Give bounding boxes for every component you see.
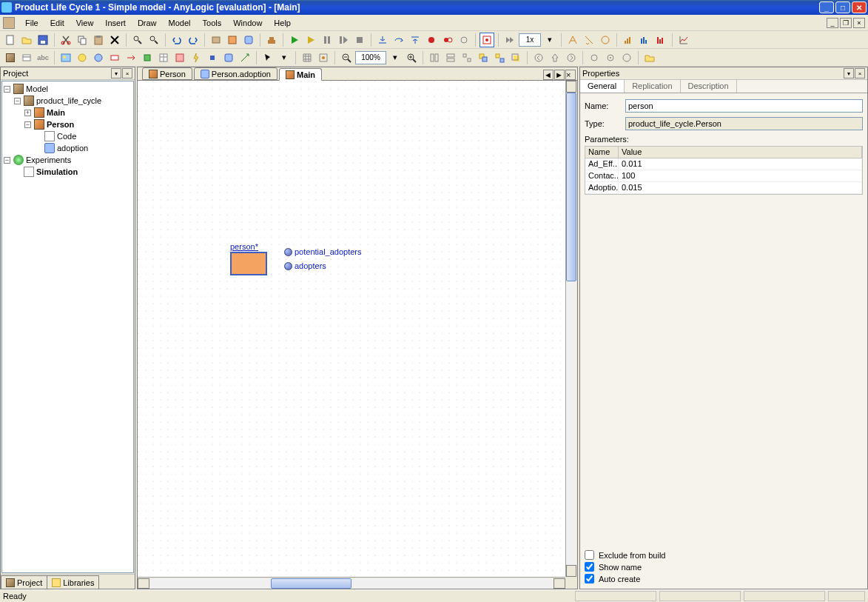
step-button[interactable]: [336, 33, 351, 47]
chart-d-button[interactable]: [676, 33, 691, 47]
mdi-minimize-button[interactable]: _: [827, 18, 838, 28]
nav-up-button[interactable]: [548, 50, 562, 65]
cut-button[interactable]: [58, 33, 73, 47]
insert-aux-button[interactable]: [140, 50, 155, 65]
save-button[interactable]: [36, 33, 50, 47]
insert-image-button[interactable]: [58, 50, 73, 65]
zoom-field[interactable]: [355, 51, 386, 64]
col-name-header[interactable]: Name: [585, 147, 619, 158]
tool-c-button[interactable]: [598, 33, 613, 47]
chart-a-button[interactable]: [621, 33, 636, 47]
panel-chevron-icon[interactable]: ▾: [844, 68, 854, 78]
menu-insert[interactable]: Insert: [99, 17, 132, 29]
layout-a-button[interactable]: [427, 50, 442, 65]
editor-tab-person-adoption[interactable]: Person.adoption: [194, 67, 277, 80]
insert-text-button[interactable]: abc: [36, 50, 50, 65]
param-row[interactable]: Contac... 100: [585, 170, 862, 182]
parameters-table[interactable]: Name Value Ad_Eff... 0.011 Contac... 100…: [585, 146, 863, 195]
grid-button[interactable]: [300, 50, 314, 65]
prop-tab-description[interactable]: Description: [681, 80, 737, 93]
menu-view[interactable]: View: [70, 17, 100, 29]
insert-cube-button[interactable]: [3, 50, 18, 65]
insert-event-button[interactable]: [189, 50, 203, 65]
insert-variable-button[interactable]: [91, 50, 106, 65]
tree-main[interactable]: +Main: [4, 107, 132, 118]
speed-up-button[interactable]: [502, 33, 517, 47]
panel-chevron-icon[interactable]: ▾: [111, 68, 121, 78]
insert-new-class-button[interactable]: [19, 50, 34, 65]
insert-flow-button[interactable]: [124, 50, 138, 65]
horizontal-scrollbar[interactable]: [138, 577, 565, 589]
speed-dropdown[interactable]: ▾: [542, 33, 557, 47]
pause-button[interactable]: [320, 33, 334, 47]
select-dropdown[interactable]: ▾: [277, 50, 292, 65]
front-button[interactable]: [508, 50, 523, 65]
tree-adoption[interactable]: adoption: [4, 142, 132, 154]
tree-model[interactable]: −Model: [4, 83, 132, 95]
stop-button[interactable]: [352, 33, 367, 47]
minimize-button[interactable]: _: [819, 1, 834, 13]
menu-tools[interactable]: Tools: [197, 17, 228, 29]
breakpoint-button[interactable]: [424, 33, 439, 47]
scroll-right-icon[interactable]: [554, 578, 565, 589]
name-field[interactable]: [625, 99, 863, 113]
record-button[interactable]: [587, 50, 602, 65]
left-tab-libraries[interactable]: Libraries: [47, 575, 99, 589]
type-field[interactable]: [625, 117, 863, 130]
build-button[interactable]: [264, 33, 279, 47]
help-button[interactable]: [642, 50, 657, 65]
canvas-var-adopters[interactable]: adopters: [284, 261, 326, 270]
watch-button[interactable]: [457, 33, 471, 47]
show-name-checkbox[interactable]: [585, 562, 594, 572]
insert-connector-button[interactable]: [238, 50, 252, 65]
scroll-down-icon[interactable]: [566, 565, 576, 577]
nav-back-button[interactable]: [531, 50, 546, 65]
zoom-dropdown[interactable]: ▾: [388, 50, 403, 65]
step-out-button[interactable]: [408, 33, 423, 47]
paste-button[interactable]: [91, 33, 106, 47]
chart-b-button[interactable]: [637, 33, 652, 47]
param-row[interactable]: Ad_Eff... 0.011: [585, 158, 862, 170]
close-button[interactable]: ✕: [852, 1, 867, 13]
editor-tab-main[interactable]: Main: [279, 68, 322, 81]
left-tab-project[interactable]: Project: [1, 575, 47, 589]
insert-function-button[interactable]: [172, 50, 187, 65]
scroll-up-icon[interactable]: [566, 81, 576, 93]
insert-port-button[interactable]: [205, 50, 220, 65]
new-statechart-button[interactable]: [241, 33, 256, 47]
menu-draw[interactable]: Draw: [132, 17, 163, 29]
zoom-in-button[interactable]: [404, 50, 419, 65]
run-button[interactable]: [287, 33, 302, 47]
breakpoints-button[interactable]: [440, 33, 455, 47]
panel-close-icon[interactable]: ×: [122, 68, 132, 78]
tree-code[interactable]: Code: [4, 130, 132, 142]
diagram-canvas[interactable]: person* potential_adopters adopters: [138, 81, 565, 577]
tree-experiments[interactable]: −Experiments: [4, 154, 132, 166]
nav-fwd-button[interactable]: [564, 50, 579, 65]
undo-button[interactable]: [169, 33, 184, 47]
scroll-thumb[interactable]: [271, 578, 351, 589]
group-button[interactable]: [476, 50, 491, 65]
col-value-header[interactable]: Value: [619, 147, 862, 158]
tree-package[interactable]: −product_life_cycle: [4, 95, 132, 107]
open-button[interactable]: [19, 33, 34, 47]
animate-button[interactable]: [480, 33, 494, 47]
menu-edit[interactable]: Edit: [44, 17, 70, 29]
panel-close-icon[interactable]: ×: [855, 68, 865, 78]
maximize-button[interactable]: □: [835, 1, 850, 13]
delete-button[interactable]: [107, 33, 122, 47]
insert-parameter-button[interactable]: [75, 50, 90, 65]
tab-next-icon[interactable]: ►: [554, 70, 565, 80]
insert-statechart-button[interactable]: [221, 50, 236, 65]
exclude-checkbox[interactable]: [585, 550, 594, 560]
mdi-close-button[interactable]: ×: [853, 18, 865, 28]
find-button[interactable]: [130, 33, 145, 47]
select-tool[interactable]: [260, 50, 275, 65]
mdi-restore-button[interactable]: ❐: [840, 18, 852, 28]
auto-create-checkbox[interactable]: [585, 574, 594, 583]
prop-tab-general[interactable]: General: [580, 80, 625, 93]
canvas-person-object[interactable]: person*: [230, 242, 267, 275]
new-object-button[interactable]: [209, 33, 223, 47]
run-step-button[interactable]: [303, 33, 318, 47]
record2-button[interactable]: [603, 50, 618, 65]
